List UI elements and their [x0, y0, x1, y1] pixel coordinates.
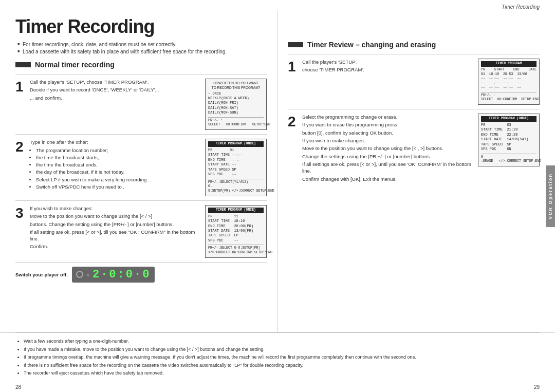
right-steps: 1 Call the player's 'SETUP', choose 'TIM…	[288, 54, 540, 188]
right-step-number-1: 1	[288, 60, 298, 74]
r2-speed: TAPE SPEED SP	[481, 142, 536, 147]
r2-t7: If all settings are ok, press [< or >], …	[302, 161, 474, 175]
note-1: Wait a few seconds after typing a one-di…	[24, 338, 540, 345]
switch-off-row: Switch your player off. ■ 2·0:0·0	[15, 262, 267, 287]
top-header: Timer Recording	[0, 0, 555, 11]
r-s1-row4: -- --:-- --:-- --	[481, 86, 536, 90]
note-3: If programme timings overlap, the machin…	[24, 354, 540, 361]
main-content: Timer Recording For timer recordings, cl…	[0, 11, 555, 332]
page-title: Timer Recording	[15, 16, 267, 38]
r1-t1: Call the player's 'SETUP',	[302, 59, 474, 65]
step-1-text-3: ... and confirm.	[30, 95, 201, 101]
step-3-t2: Move to the position you want to change …	[30, 213, 201, 219]
right-section-header: Timer Review – changing and erasing	[288, 41, 540, 49]
screen-3-footer: PR+/-:SELECT 0-9:SETUP(PR)</>:CORRECT OK…	[208, 245, 264, 255]
right-header-bar	[288, 42, 303, 47]
left-step-2: 2 Type in one after the other: The progr…	[15, 134, 267, 200]
left-section-title: Normal timer recording	[35, 61, 115, 69]
step-2-li-5: Select LP if you wish to make a very lon…	[36, 176, 201, 183]
note-5: The recorder will eject cassettes which …	[24, 370, 540, 377]
notes-list: Wait a few seconds after typing a one-di…	[15, 338, 540, 377]
intro-bullet-1: For timer recordings, clock, date, and s…	[17, 42, 267, 47]
step-3-content: If you wish to make changes: Move to the…	[30, 205, 201, 251]
s3-start: START TIME 18:10	[208, 219, 264, 223]
screen-2-footer: PR+/-:SELECT(Y1/AV2)0-9:SETUP(PR) </>:CO…	[208, 179, 264, 194]
left-step-3: 3 If you wish to make changes: Move to t…	[15, 200, 267, 262]
r2-t8: Confirm changes with [OK]. Exit the menu…	[302, 176, 474, 182]
r-screen-1-header: PR START END DATE	[481, 68, 536, 72]
s2-start: START TIME --:--	[208, 153, 264, 157]
s3-pr: PR 11	[208, 214, 264, 219]
screen-step-2: TIMER PROGRAM (ONCE) PR 01 START TIME --…	[205, 139, 267, 196]
step-3-t3: buttons. Change the setting using the [P…	[30, 221, 201, 228]
screen-1-footer: PR+/- : SELECT OK:CONFIRM SETUP:END	[208, 117, 264, 128]
bottom-notes: Wait a few seconds after typing a one-di…	[0, 332, 555, 382]
r-s1-row2: -- --:-- --:-- --	[481, 77, 536, 81]
note-2: If you have made a mistake, move to the …	[24, 346, 540, 353]
screen-1-daily-fri: DAILY(MON-FRI)	[208, 101, 264, 105]
step-number-3: 3	[15, 206, 26, 220]
timer-display: ■ 2·0:0·0	[72, 267, 155, 283]
step-3-t1: If you wish to make changes:	[30, 205, 201, 212]
step-1-text-1: Call the player's 'SETUP', choose 'TIMER…	[30, 79, 201, 85]
s3-speed: TAPE SPEED LP	[208, 233, 264, 238]
r2-t3: button [0], confirm by selecting OK butt…	[302, 129, 474, 136]
left-section-header: Normal timer recording	[15, 61, 267, 69]
r2-end: END TIME 22:20	[481, 133, 536, 137]
step-2-li-1: The programme location number;	[36, 147, 201, 154]
screen-right-2: TIMER PROGRAM (ONCE) PR 03 START TIME 21…	[478, 114, 540, 166]
r2-t2: If you want to erase this programming pr…	[302, 121, 474, 128]
step-2-screen: TIMER PROGRAM (ONCE) PR 01 START TIME --…	[205, 139, 267, 196]
page-numbers: 28 29	[0, 382, 555, 392]
r2-date: START DATE 14/06(SAT)	[481, 137, 536, 142]
r-s1-row1: 01 18:10 20:53 13/06	[481, 72, 536, 77]
s3-end: END TIME 20:00(PR)	[208, 224, 264, 229]
step-2-li-2: the time the broadcast starts,	[36, 154, 201, 161]
page-number-left: 28	[15, 384, 21, 390]
screen-1-once: → ONCE	[208, 91, 264, 96]
s2-end: END TIME --:--	[208, 158, 264, 162]
step-1-text-2: Decide if you want to record 'ONCE', 'WE…	[30, 86, 201, 93]
screen-step-1: HOW OFTEN DO YOU WANTTO RECORD THIS PROG…	[205, 79, 267, 130]
switch-off-label: Switch your player off.	[15, 272, 68, 277]
header-bar-decoration	[15, 62, 31, 67]
r-s1-row3: -- --:-- --:-- --	[481, 81, 536, 86]
r2-t1: Select the programming to change or eras…	[302, 114, 474, 120]
note-4: If there is no sufficient free space for…	[24, 362, 540, 369]
vcr-tab: VCR Operation	[546, 165, 555, 227]
screen-1-title: HOW OFTEN DO YOU WANTTO RECORD THIS PROG…	[208, 81, 264, 90]
r2-t6: Change the settings using the [PR +/–] o…	[302, 153, 474, 160]
intro-bullet-2: Load a cassette with its safety tab in p…	[17, 49, 267, 54]
right-step-2: 2 Select the programming to change or er…	[288, 109, 540, 188]
step-number-1: 1	[15, 80, 26, 94]
step-2-list: The programme location number; the time …	[30, 147, 201, 191]
right-step-1-screen: TIMER PROGRAM PR START END DATE 01 18:10…	[478, 59, 540, 105]
step-number-2: 2	[15, 140, 26, 154]
page: Timer Recording Timer Recording For time…	[0, 0, 555, 392]
right-section-title: Timer Review – changing and erasing	[307, 41, 436, 49]
s3-date: START DATE 13/06(FR)	[208, 229, 264, 233]
screen-3-title: TIMER PROGRAM (ONCE)	[208, 208, 264, 213]
step-2-intro: Type in one after the other:	[30, 139, 201, 145]
s2-vps: VPS PDC --	[208, 172, 264, 177]
right-step-number-2: 2	[288, 115, 298, 129]
r1-t2: choose 'TIMER PROGRAM'.	[302, 66, 474, 73]
left-column: Timer Recording For timer recordings, cl…	[15, 11, 278, 332]
right-step-2-screen: TIMER PROGRAM (ONCE) PR 03 START TIME 21…	[478, 114, 540, 166]
screen-2-title: TIMER PROGRAM (ONCE)	[208, 141, 264, 147]
step-1-screen: HOW OFTEN DO YOU WANTTO RECORD THIS PROG…	[205, 79, 267, 130]
step-3-screen: TIMER PROGRAM (ONCE) PR 11 START TIME 18…	[205, 205, 267, 258]
r2-pr: PR 03	[481, 123, 536, 127]
r2-t4: If you wish to make changes:	[302, 137, 474, 144]
right-column: Timer Review – changing and erasing 1 Ca…	[278, 11, 540, 332]
page-number-right: 29	[534, 384, 540, 390]
header-title: Timer Recording	[502, 4, 540, 10]
step-3-t4: If all setting are ok, press [< or >], t…	[30, 229, 201, 242]
right-step-1-content: Call the player's 'SETUP', choose 'TIMER…	[302, 59, 474, 74]
step-1-content: Call the player's 'SETUP', choose 'TIMER…	[30, 79, 201, 102]
s3-vps: VPS PDC --	[208, 238, 264, 243]
s2-pr: PR 01	[208, 148, 264, 153]
step-2-li-6: Switch off VPS/PDC here if you need to .	[36, 183, 201, 190]
screen-step-3: TIMER PROGRAM (ONCE) PR 11 START TIME 18…	[205, 205, 267, 258]
s2-date: START DATE --	[208, 162, 264, 167]
